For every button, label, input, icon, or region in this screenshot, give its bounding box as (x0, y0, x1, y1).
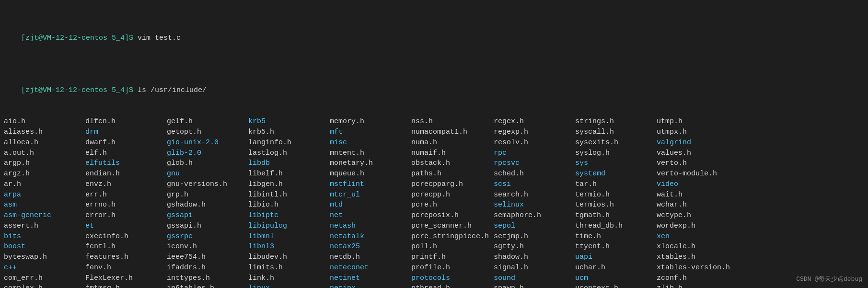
list-item: spawn.h (494, 283, 570, 288)
list-item: uapi (575, 252, 652, 263)
list-item: sysexits.h (575, 138, 652, 148)
list-item: neteconet (330, 263, 406, 273)
list-item: zlib.h (657, 283, 733, 288)
list-item: profile.h (411, 263, 489, 273)
list-item: scsi (494, 179, 570, 190)
list-item: sepol (494, 221, 570, 231)
list-item: video (657, 179, 733, 190)
list-item: net (330, 210, 406, 221)
list-item: glob.h (167, 158, 243, 169)
list-item: tar.h (575, 179, 652, 190)
list-item: nss.h (411, 116, 489, 127)
column-6: regex.hregexp.hresolv.hrpcrpcsvcsched.hs… (494, 116, 575, 288)
list-item: semaphore.h (494, 210, 570, 221)
column-2: gelf.hgetopt.hgio-unix-2.0glib-2.0glob.h… (167, 116, 248, 288)
column-3: krb5krb5.hlanginfo.hlastlog.hlibdblibelf… (248, 116, 330, 288)
list-item: aio.h (4, 116, 81, 127)
list-item: libio.h (248, 200, 325, 210)
list-item: elf.h (85, 148, 162, 159)
list-item: xtables-version.h (657, 263, 733, 273)
list-item: libdb (248, 158, 325, 169)
list-item: netatalk (330, 231, 406, 242)
list-item: paths.h (411, 169, 489, 179)
list-item: misc (330, 138, 406, 148)
list-item: utmp.h (657, 116, 733, 127)
list-item: mft (330, 127, 406, 138)
list-item: langinfo.h (248, 138, 325, 148)
list-item: libmnl (248, 231, 325, 242)
list-item: strings.h (575, 116, 652, 127)
list-item: regexp.h (494, 127, 570, 138)
list-item: pcre_scanner.h (411, 221, 489, 231)
list-item: errno.h (85, 200, 162, 210)
list-item: thread_db.h (575, 221, 652, 231)
file-listing: aio.haliases.halloca.ha.out.hargp.hargz.… (4, 116, 864, 288)
list-item: ar.h (4, 179, 81, 190)
column-1: dlfcn.hdrmdwarf.helf.helfutilsendian.hen… (85, 116, 167, 288)
list-item: verto.h (657, 158, 733, 169)
list-item: rpc (494, 148, 570, 159)
list-item: uchar.h (575, 263, 652, 273)
list-item: setjmp.h (494, 231, 570, 242)
list-item: syscall.h (575, 127, 652, 138)
list-item: argp.h (4, 158, 81, 169)
list-item: getopt.h (167, 127, 243, 138)
list-item: obstack.h (411, 158, 489, 169)
list-item: com_err.h (4, 273, 81, 284)
list-item: gnu (167, 169, 243, 179)
list-item: link.h (248, 273, 325, 284)
list-item: pcre.h (411, 200, 489, 210)
column-5: nss.hnumacompat1.hnuma.hnumaif.hobstack.… (411, 116, 494, 288)
list-item: endian.h (85, 169, 162, 179)
list-item: mqueue.h (330, 169, 406, 179)
list-item: assert.h (4, 221, 81, 231)
list-item: pcre_stringpiece.h (411, 231, 489, 242)
watermark: CSDN @每天少点debug (796, 275, 862, 284)
list-item: tgmath.h (575, 210, 652, 221)
list-item: byteswap.h (4, 252, 81, 263)
list-item: et (85, 221, 162, 231)
list-item: c++ (4, 263, 81, 273)
list-item: utmpx.h (657, 127, 733, 138)
list-item: ucontext.h (575, 283, 652, 288)
list-item: ip6tables.h (167, 283, 243, 288)
list-item: krb5.h (248, 127, 325, 138)
list-item: gssrpc (167, 231, 243, 242)
list-item: memory.h (330, 116, 406, 127)
list-item: pcreposix.h (411, 210, 489, 221)
list-item: ifaddrs.h (167, 263, 243, 273)
list-item: mntent.h (330, 148, 406, 159)
list-item: wait.h (657, 190, 733, 200)
list-item: selinux (494, 200, 570, 210)
list-item: gssapi.h (167, 221, 243, 231)
list-item: drm (85, 127, 162, 138)
list-item: valgrind (657, 138, 733, 148)
terminal: [zjt@VM-12-12-centos 5_4]$ vim test.c [z… (4, 2, 864, 116)
list-item: sound (494, 273, 570, 284)
cmd-line-1: [zjt@VM-12-12-centos 5_4]$ vim test.c (4, 23, 864, 54)
list-item: termios.h (575, 200, 652, 210)
list-item: bits (4, 231, 81, 242)
list-item: glib-2.0 (167, 148, 243, 159)
list-item: netipx (330, 283, 406, 288)
list-item: numa.h (411, 138, 489, 148)
list-item: xen (657, 231, 733, 242)
list-item: libudev.h (248, 252, 325, 263)
list-item: iconv.h (167, 242, 243, 252)
list-item: libelf.h (248, 169, 325, 179)
list-item: mtcr_ul (330, 190, 406, 200)
cmd-1: vim test.c (138, 34, 181, 42)
list-item: gnu-versions.h (167, 179, 243, 190)
list-item: zconf.h (657, 273, 733, 284)
list-item: a.out.h (4, 148, 81, 159)
list-item: numacompat1.h (411, 127, 489, 138)
list-item: err.h (85, 190, 162, 200)
list-item: error.h (85, 210, 162, 221)
list-item: ieee754.h (167, 252, 243, 263)
list-item: libnl3 (248, 242, 325, 252)
list-item: ttyent.h (575, 242, 652, 252)
list-item: xtables.h (657, 252, 733, 263)
list-item: lastlog.h (248, 148, 325, 159)
list-item: gssapi (167, 210, 243, 221)
list-item: sched.h (494, 169, 570, 179)
